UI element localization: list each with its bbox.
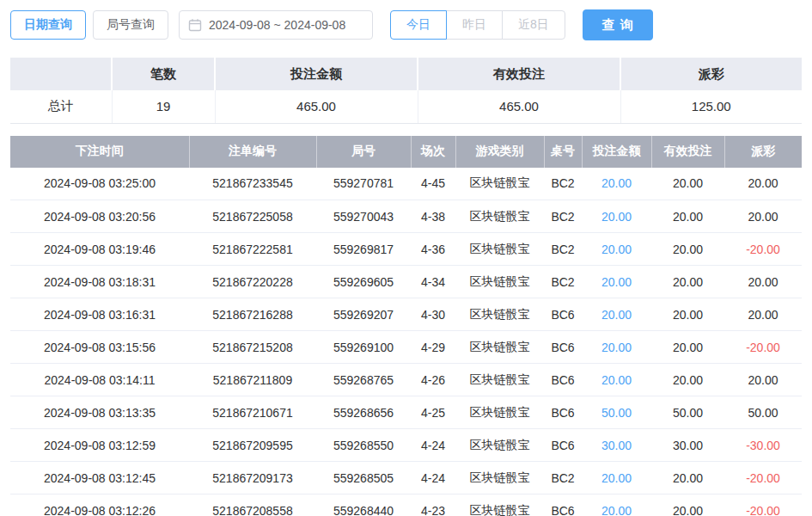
summary-header-valid-bet: 有效投注 bbox=[418, 58, 620, 90]
payout-cell: 20.00 bbox=[724, 364, 802, 396]
table-no-cell: BC2 bbox=[544, 168, 582, 200]
round-query-button[interactable]: 局号查询 bbox=[93, 10, 168, 40]
table-no-cell: BC6 bbox=[544, 429, 582, 462]
quick-range-group: 今日 昨日 近8日 bbox=[390, 10, 565, 40]
valid-bet-cell: 50.00 bbox=[651, 396, 724, 429]
bet-id-cell: 521867222581 bbox=[189, 233, 316, 266]
header-bet-amount: 投注金额 bbox=[582, 136, 651, 168]
bet-time-cell: 2024-09-08 03:15:56 bbox=[10, 331, 189, 364]
search-button[interactable]: 查询 bbox=[583, 9, 653, 40]
summary-total-valid-bet: 465.00 bbox=[418, 90, 620, 123]
table-no-cell: BC6 bbox=[544, 298, 582, 331]
today-button[interactable]: 今日 bbox=[390, 10, 447, 40]
valid-bet-cell: 20.00 bbox=[651, 364, 724, 396]
date-range-value: 2024-09-08 ~ 2024-09-08 bbox=[209, 18, 345, 32]
header-bet-id: 注单编号 bbox=[189, 136, 316, 168]
valid-bet-cell: 20.00 bbox=[651, 168, 724, 200]
payout-cell: 20.00 bbox=[724, 200, 802, 233]
round-id-cell: 559269817 bbox=[316, 233, 411, 266]
round-id-cell: 559268505 bbox=[316, 462, 411, 494]
game-type-cell: 区块链骰宝 bbox=[455, 396, 544, 429]
table-row: 2024-09-08 03:16:31 521867216288 5592692… bbox=[10, 298, 802, 331]
bet-amount-link[interactable]: 20.00 bbox=[582, 364, 651, 396]
bet-id-cell: 521867215208 bbox=[189, 331, 316, 364]
table-no-cell: BC2 bbox=[544, 462, 582, 494]
summary-total-count: 19 bbox=[112, 90, 215, 123]
bet-amount-link[interactable]: 20.00 bbox=[582, 331, 651, 364]
valid-bet-cell: 20.00 bbox=[651, 298, 724, 331]
table-row: 2024-09-08 03:12:59 521867209595 5592685… bbox=[10, 429, 802, 462]
header-table-no: 桌号 bbox=[544, 136, 582, 168]
bet-amount-link[interactable]: 20.00 bbox=[582, 462, 651, 494]
game-type-cell: 区块链骰宝 bbox=[455, 168, 544, 200]
summary-header-row: 笔数 投注金额 有效投注 派彩 bbox=[10, 58, 802, 90]
table-row: 2024-09-08 03:13:35 521867210671 5592686… bbox=[10, 396, 802, 429]
bet-amount-link[interactable]: 20.00 bbox=[582, 298, 651, 331]
table-no-cell: BC6 bbox=[544, 331, 582, 364]
bet-amount-link[interactable]: 20.00 bbox=[582, 494, 651, 516]
header-bet-time: 下注时间 bbox=[10, 136, 189, 168]
game-type-cell: 区块链骰宝 bbox=[455, 266, 544, 298]
bet-time-cell: 2024-09-08 03:12:59 bbox=[10, 429, 189, 462]
summary-total-bet-amount: 465.00 bbox=[215, 90, 418, 123]
summary-header-payout: 派彩 bbox=[620, 58, 802, 90]
bet-amount-link[interactable]: 20.00 bbox=[582, 200, 651, 233]
game-type-cell: 区块链骰宝 bbox=[455, 331, 544, 364]
session-cell: 4-45 bbox=[411, 168, 455, 200]
bet-time-cell: 2024-09-08 03:12:45 bbox=[10, 462, 189, 494]
table-row: 2024-09-08 03:15:56 521867215208 5592691… bbox=[10, 331, 802, 364]
game-type-cell: 区块链骰宝 bbox=[455, 429, 544, 462]
last-8-days-button[interactable]: 近8日 bbox=[502, 10, 565, 40]
summary-header-blank bbox=[10, 58, 112, 90]
bet-amount-link[interactable]: 20.00 bbox=[582, 266, 651, 298]
summary-table: 笔数 投注金额 有效投注 派彩 总计 19 465.00 465.00 125.… bbox=[10, 58, 802, 124]
date-range-picker[interactable]: 2024-09-08 ~ 2024-09-08 bbox=[179, 10, 373, 40]
payout-cell: -20.00 bbox=[724, 331, 802, 364]
summary-total-label: 总计 bbox=[10, 90, 112, 123]
round-id-cell: 559269207 bbox=[316, 298, 411, 331]
bet-time-cell: 2024-09-08 03:18:31 bbox=[10, 266, 189, 298]
bet-time-cell: 2024-09-08 03:16:31 bbox=[10, 298, 189, 331]
session-cell: 4-38 bbox=[411, 200, 455, 233]
bet-time-cell: 2024-09-08 03:14:11 bbox=[10, 364, 189, 396]
bet-amount-link[interactable]: 20.00 bbox=[582, 233, 651, 266]
bet-amount-link[interactable]: 50.00 bbox=[582, 396, 651, 429]
round-id-cell: 559268656 bbox=[316, 396, 411, 429]
valid-bet-cell: 20.00 bbox=[651, 462, 724, 494]
bet-amount-link[interactable]: 20.00 bbox=[582, 168, 651, 200]
session-cell: 4-24 bbox=[411, 462, 455, 494]
summary-total-row: 总计 19 465.00 465.00 125.00 bbox=[10, 90, 802, 123]
session-cell: 4-23 bbox=[411, 494, 455, 516]
session-cell: 4-34 bbox=[411, 266, 455, 298]
payout-cell: 20.00 bbox=[724, 168, 802, 200]
valid-bet-cell: 20.00 bbox=[651, 200, 724, 233]
date-query-button[interactable]: 日期查询 bbox=[10, 10, 86, 40]
bet-time-cell: 2024-09-08 03:20:56 bbox=[10, 200, 189, 233]
bet-time-cell: 2024-09-08 03:19:46 bbox=[10, 233, 189, 266]
payout-cell: -20.00 bbox=[724, 494, 802, 516]
game-type-cell: 区块链骰宝 bbox=[455, 494, 544, 516]
bet-id-cell: 521867225058 bbox=[189, 200, 316, 233]
table-row: 2024-09-08 03:12:26 521867208558 5592684… bbox=[10, 494, 802, 516]
bet-id-cell: 521867216288 bbox=[189, 298, 316, 331]
table-no-cell: BC6 bbox=[544, 494, 582, 516]
game-type-cell: 区块链骰宝 bbox=[455, 200, 544, 233]
bet-records-table: 下注时间 注单编号 局号 场次 游戏类别 桌号 投注金额 有效投注 派彩 202… bbox=[10, 136, 802, 516]
payout-cell: -30.00 bbox=[724, 429, 802, 462]
game-type-cell: 区块链骰宝 bbox=[455, 233, 544, 266]
bet-table-header-row: 下注时间 注单编号 局号 场次 游戏类别 桌号 投注金额 有效投注 派彩 bbox=[10, 136, 802, 168]
round-id-cell: 559268440 bbox=[316, 494, 411, 516]
session-cell: 4-30 bbox=[411, 298, 455, 331]
yesterday-button[interactable]: 昨日 bbox=[446, 10, 503, 40]
header-round-id: 局号 bbox=[316, 136, 411, 168]
bet-id-cell: 521867233545 bbox=[189, 168, 316, 200]
calendar-icon bbox=[188, 18, 202, 32]
bet-amount-link[interactable]: 30.00 bbox=[582, 429, 651, 462]
round-id-cell: 559268550 bbox=[316, 429, 411, 462]
bet-id-cell: 521867220228 bbox=[189, 266, 316, 298]
game-type-cell: 区块链骰宝 bbox=[455, 462, 544, 494]
table-no-cell: BC6 bbox=[544, 364, 582, 396]
table-no-cell: BC2 bbox=[544, 233, 582, 266]
round-id-cell: 559270781 bbox=[316, 168, 411, 200]
valid-bet-cell: 20.00 bbox=[651, 331, 724, 364]
